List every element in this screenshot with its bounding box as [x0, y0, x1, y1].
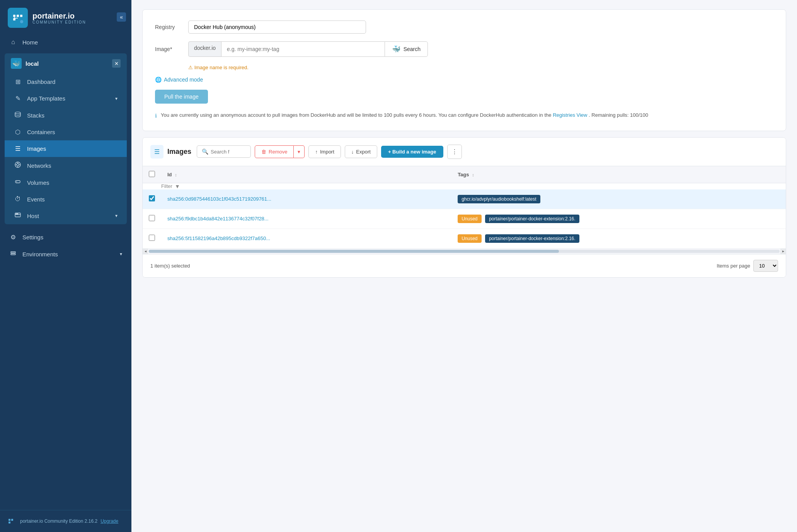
registries-view-link[interactable]: Registries View: [553, 112, 587, 118]
environment-section: 🐳 local ✕ ⊞ Dashboard ✎ App Templates ▾ …: [5, 53, 127, 224]
scroll-left-button[interactable]: ◂: [143, 249, 148, 254]
unused-badge: Unused: [458, 234, 481, 243]
image-id-link[interactable]: sha256:0d9875446103c1f043c51719209761...: [167, 196, 271, 202]
filter-icon: ▼: [175, 183, 180, 189]
tags-sort-icon[interactable]: ↕: [472, 172, 474, 177]
image-prefix: docker.io: [188, 41, 221, 57]
image-label: Image*: [155, 46, 182, 52]
filter-input: Filter ▼: [161, 183, 451, 189]
sidebar-stacks-label: Stacks: [27, 112, 44, 119]
sidebar-events-label: Events: [27, 196, 45, 203]
selected-count-text: 1 item(s) selected: [150, 263, 190, 269]
home-icon: ⌂: [9, 39, 17, 46]
sidebar-item-dashboard[interactable]: ⊞ Dashboard: [5, 73, 127, 90]
pull-image-panel: Registry Docker Hub (anonymous) Image* d…: [142, 9, 786, 131]
items-per-page-select[interactable]: 10 25 50 100: [753, 260, 778, 272]
scrollbar-thumb[interactable]: [149, 250, 559, 253]
sidebar-item-environments[interactable]: Environments ▾: [0, 246, 131, 263]
sidebar-host-label: Host: [27, 213, 39, 219]
pull-image-button[interactable]: Pull the image: [155, 90, 208, 104]
info-icon: ℹ: [155, 112, 157, 120]
search-icon: 🔍: [202, 148, 208, 155]
registry-label: Registry: [155, 24, 182, 30]
row-checkbox[interactable]: [149, 215, 155, 221]
host-chevron: ▾: [115, 213, 118, 218]
image-input[interactable]: [221, 41, 385, 57]
svg-rect-3: [13, 18, 15, 20]
sidebar-containers-label: Containers: [27, 129, 55, 135]
advanced-mode-link[interactable]: 🌐 Advanced mode: [155, 77, 773, 83]
sidebar-item-volumes[interactable]: Volumes: [5, 174, 127, 191]
image-tag-badge: ghcr.io/advplyr/audiobookshelf:latest: [458, 195, 540, 203]
images-search-field[interactable]: 🔍: [197, 145, 251, 158]
remove-button-group: 🗑 Remove ▾: [255, 145, 305, 158]
id-sort-icon[interactable]: ↕: [175, 172, 177, 177]
image-error-message: Image name is required.: [188, 65, 773, 70]
main-content: Registry Docker Hub (anonymous) Image* d…: [131, 0, 797, 532]
collapse-button[interactable]: «: [117, 12, 126, 22]
environment-close-button[interactable]: ✕: [112, 59, 121, 68]
registry-select[interactable]: Docker Hub (anonymous): [188, 20, 366, 34]
image-id-link[interactable]: sha256:f9dbc1b4da842e1136774c32f07f28...: [167, 216, 269, 222]
info-box: ℹ You are currently using an anonymous a…: [155, 111, 773, 120]
sidebar-item-settings[interactable]: ⚙ Settings: [0, 229, 131, 246]
sidebar-item-events[interactable]: ⏱ Events: [5, 191, 127, 207]
svg-rect-19: [17, 214, 18, 215]
row-checkbox[interactable]: [149, 235, 155, 241]
advanced-mode-label: Advanced mode: [164, 77, 203, 83]
sidebar: portainer.io COMMUNITY EDITION « ⌂ Home …: [0, 0, 131, 532]
svg-rect-14: [15, 181, 20, 183]
table-row: sha256:f9dbc1b4da842e1136774c32f07f28...…: [143, 209, 786, 228]
settings-icon: ⚙: [9, 234, 17, 241]
sidebar-app-templates-label: App Templates: [27, 95, 65, 102]
app-edition: COMMUNITY EDITION: [32, 20, 86, 24]
sidebar-item-stacks[interactable]: Stacks: [5, 107, 127, 124]
host-icon: [14, 212, 22, 220]
sidebar-volumes-label: Volumes: [27, 179, 49, 186]
environments-chevron: ▾: [120, 251, 122, 257]
docker-env-icon: 🐳: [11, 58, 22, 69]
sidebar-footer: portainer.io Community Edition 2.16.2 Up…: [0, 510, 131, 532]
sidebar-item-images[interactable]: ☰ Images: [5, 140, 127, 157]
search-button[interactable]: 🐳 Search: [385, 41, 428, 57]
environment-name: local: [26, 60, 39, 67]
scroll-right-button[interactable]: ▸: [780, 249, 786, 254]
sidebar-networks-label: Networks: [27, 162, 51, 169]
containers-icon: ⬡: [14, 128, 22, 136]
image-id-link[interactable]: sha256:5f11582196a42b895cdb9322f7a650...: [167, 235, 270, 241]
unused-badge: Unused: [458, 215, 481, 223]
volumes-icon: [14, 179, 22, 186]
export-button[interactable]: ↓ Export: [345, 145, 377, 158]
upgrade-link[interactable]: Upgrade: [100, 518, 118, 524]
svg-rect-22: [9, 519, 10, 521]
images-search-input[interactable]: [211, 149, 245, 155]
stacks-icon: [14, 111, 22, 119]
import-button[interactable]: ↑ Import: [308, 145, 341, 158]
logo-icon: [8, 8, 28, 28]
sidebar-item-home[interactable]: ⌂ Home: [0, 34, 131, 50]
items-per-page-control: Items per page 10 25 50 100: [717, 260, 778, 272]
sidebar-item-containers[interactable]: ⬡ Containers: [5, 124, 127, 140]
build-new-image-button[interactable]: + Build a new image: [381, 146, 443, 158]
dashboard-icon: ⊞: [14, 78, 22, 85]
more-options-button[interactable]: ⋮: [447, 145, 462, 159]
remove-button[interactable]: 🗑 Remove: [255, 145, 294, 158]
image-tag-badge: portainer/portainer-docker-extension:2.1…: [485, 234, 579, 243]
image-tag-badge: portainer/portainer-docker-extension:2.1…: [485, 215, 579, 223]
select-all-checkbox[interactable]: [149, 171, 155, 177]
remove-dropdown-button[interactable]: ▾: [294, 145, 305, 158]
sidebar-item-app-templates[interactable]: ✎ App Templates ▾: [5, 90, 127, 107]
svg-rect-24: [9, 522, 10, 523]
tags-column-header: Tags ↕: [451, 166, 786, 183]
svg-point-7: [15, 112, 20, 114]
sidebar-item-host[interactable]: Host ▾: [5, 207, 127, 224]
list-icon: ☰: [150, 145, 163, 159]
sidebar-item-networks[interactable]: Networks: [5, 157, 127, 174]
horizontal-scrollbar: ◂ ▸: [143, 249, 786, 254]
svg-rect-1: [17, 15, 19, 17]
row-checkbox[interactable]: [149, 195, 155, 201]
table-row: sha256:5f11582196a42b895cdb9322f7a650...…: [143, 228, 786, 248]
app-templates-icon: ✎: [14, 95, 22, 102]
sidebar-navigation: ⌂ Home 🐳 local ✕ ⊞ Dashboard ✎ App Templ…: [0, 34, 131, 267]
svg-rect-21: [11, 254, 15, 255]
